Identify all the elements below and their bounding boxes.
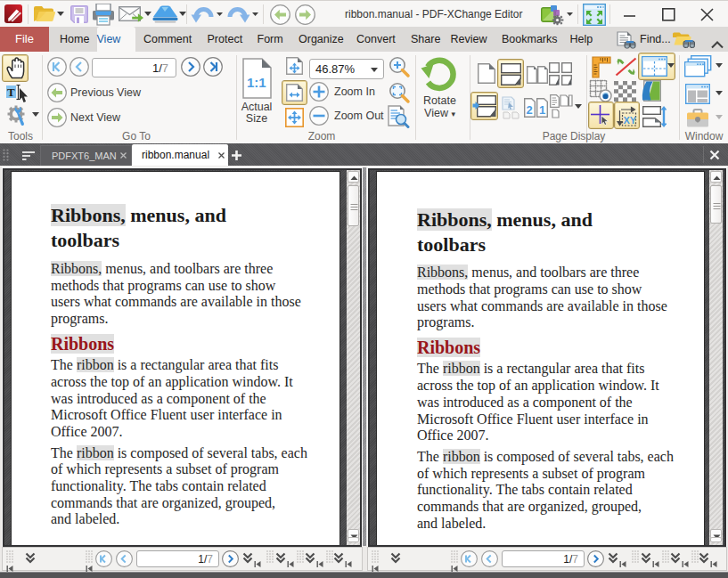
svg-text:T: T — [7, 85, 15, 99]
svg-text:XY: XY — [624, 115, 637, 126]
svg-text:1:1: 1:1 — [247, 75, 266, 90]
svg-text:2: 2 — [527, 103, 533, 117]
svg-text:1: 1 — [539, 103, 545, 117]
